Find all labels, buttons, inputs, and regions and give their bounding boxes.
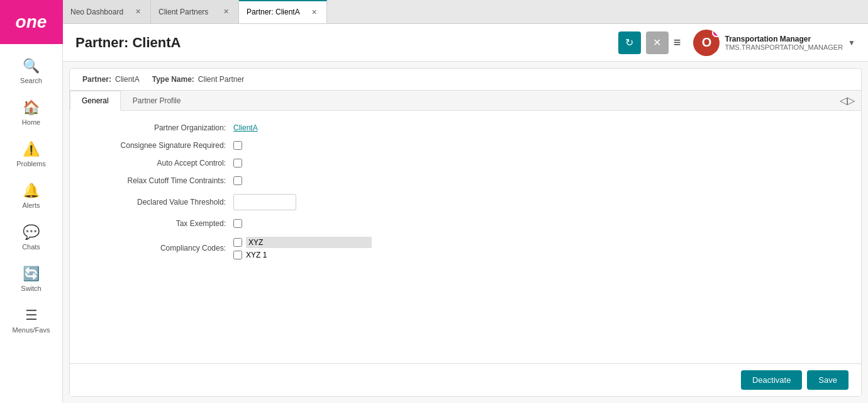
app-logo[interactable]: one <box>0 0 63 44</box>
list-item: XYZ 1 <box>233 251 372 259</box>
type-name-field: Type Name: Client Partner <box>152 75 245 84</box>
avatar: O <box>693 30 720 56</box>
chats-icon: 💬 <box>23 224 40 241</box>
type-name-label: Type Name: <box>152 75 194 84</box>
sidebar-item-label: Switch <box>21 285 41 292</box>
problems-icon: ⚠️ <box>23 141 40 157</box>
label-compliancy-codes: Compliancy Codes: <box>82 244 233 253</box>
record-info: Partner: ClientA Type Name: Client Partn… <box>70 69 861 91</box>
tab-collapse-button[interactable]: ◁▷ <box>833 91 861 110</box>
field-tax-exempted: Tax Exempted: <box>82 219 849 228</box>
compliancy-codes-list: XYZ XYZ 1 <box>233 237 372 259</box>
label-tax-exempted: Tax Exempted: <box>82 219 233 228</box>
form-body: Partner Organization: ClientA Consignee … <box>70 111 861 363</box>
list-item: XYZ <box>233 237 372 248</box>
main-area: Neo Dashboard ✕ Client Partners ✕ Partne… <box>63 0 868 403</box>
search-icon: 🔍 <box>23 58 40 74</box>
deactivate-button[interactable]: Deactivate <box>741 370 802 390</box>
sidebar-item-label: Search <box>20 77 42 84</box>
menu-icon-button[interactable]: ≡ <box>669 33 686 52</box>
tab-label: Partner: ClientA <box>247 8 300 16</box>
home-icon: 🏠 <box>23 99 40 116</box>
code-xyz1: XYZ 1 <box>246 251 267 259</box>
user-name: Transportation Manager <box>725 35 843 43</box>
sidebar-item-label: Home <box>22 118 40 126</box>
tab-partner-profile[interactable]: Partner Profile <box>121 91 193 110</box>
sidebar-nav: 🔍 Search 🏠 Home ⚠️ Problems 🔔 Alerts 💬 C… <box>0 44 62 403</box>
close-icon: ✕ <box>653 37 661 48</box>
label-declared-value: Declared Value Threshold: <box>82 198 233 207</box>
header-actions: ↻ ✕ <box>618 31 669 54</box>
user-info: Transportation Manager TMS.TRANSPORTATIO… <box>725 35 843 51</box>
user-profile[interactable]: O Transportation Manager TMS.TRANSPORTAT… <box>693 30 855 56</box>
label-relax-cutoff: Relax Cutoff Time Contraints: <box>82 176 233 185</box>
close-button[interactable]: ✕ <box>646 31 669 54</box>
page-title: Partner: ClientA <box>75 35 618 51</box>
partner-field: Partner: ClientA <box>82 75 140 84</box>
content-area: Partner: ClientA Type Name: Client Partn… <box>63 62 868 403</box>
field-partner-org: Partner Organization: ClientA <box>82 123 849 132</box>
field-consignee-sig: Consignee Signature Required: <box>82 141 849 150</box>
user-role: TMS.TRANSPORTATION_MANAGER <box>725 43 843 51</box>
checkbox-relax-cutoff[interactable] <box>233 176 242 185</box>
menu-lines-icon: ≡ <box>674 35 681 50</box>
field-compliancy-codes: Compliancy Codes: XYZ XYZ 1 <box>82 237 849 259</box>
switch-icon: 🔄 <box>23 266 40 282</box>
tab-close-neo-dashboard[interactable]: ✕ <box>133 7 143 17</box>
avatar-badge <box>712 30 720 37</box>
checkbox-xyz1[interactable] <box>233 251 242 259</box>
form-tabs: General Partner Profile ◁▷ <box>70 91 861 111</box>
sidebar-item-label: Chats <box>22 243 40 251</box>
sidebar-item-label: Menus/Favs <box>13 326 50 334</box>
sidebar-item-label: Problems <box>16 160 45 167</box>
input-declared-value[interactable] <box>233 194 296 210</box>
sidebar: one 🔍 Search 🏠 Home ⚠️ Problems 🔔 Alerts… <box>0 0 63 403</box>
tab-neo-dashboard[interactable]: Neo Dashboard ✕ <box>63 0 151 23</box>
checkbox-tax-exempted[interactable] <box>233 219 242 228</box>
label-auto-accept: Auto Accept Control: <box>82 159 233 167</box>
save-button[interactable]: Save <box>807 370 849 390</box>
sidebar-item-menus[interactable]: ☰ Menus/Favs <box>0 300 62 341</box>
field-relax-cutoff: Relax Cutoff Time Contraints: <box>82 176 849 185</box>
sidebar-item-problems[interactable]: ⚠️ Problems <box>0 133 62 175</box>
form-container: Partner: ClientA Type Name: Client Partn… <box>69 68 862 397</box>
dropdown-arrow-icon: ▼ <box>848 38 855 47</box>
refresh-button[interactable]: ↻ <box>618 31 641 54</box>
partner-label: Partner: <box>82 75 111 84</box>
label-consignee-sig: Consignee Signature Required: <box>82 141 233 150</box>
page-header: Partner: ClientA ↻ ✕ ≡ O Transportation … <box>63 24 868 62</box>
sidebar-item-home[interactable]: 🏠 Home <box>0 92 62 133</box>
code-xyz: XYZ <box>246 237 372 248</box>
tab-close-client-partners[interactable]: ✕ <box>221 7 231 17</box>
collapse-icon: ◁▷ <box>840 94 855 106</box>
sidebar-item-switch[interactable]: 🔄 Switch <box>0 258 62 300</box>
tab-partner-clienta[interactable]: Partner: ClientA ✕ <box>239 0 327 23</box>
partner-value: ClientA <box>115 75 140 84</box>
sidebar-item-label: Alerts <box>22 202 40 209</box>
checkbox-consignee-sig[interactable] <box>233 141 242 150</box>
field-declared-value: Declared Value Threshold: <box>82 194 849 210</box>
refresh-icon: ↻ <box>625 37 633 48</box>
tab-partner-profile-label: Partner Profile <box>133 96 181 105</box>
alerts-icon: 🔔 <box>23 183 40 199</box>
sidebar-item-search[interactable]: 🔍 Search <box>0 50 62 92</box>
tab-label: Neo Dashboard <box>70 8 123 16</box>
sidebar-item-chats[interactable]: 💬 Chats <box>0 217 62 258</box>
checkbox-auto-accept[interactable] <box>233 159 242 167</box>
field-auto-accept: Auto Accept Control: <box>82 159 849 167</box>
tab-close-partner-clienta[interactable]: ✕ <box>309 7 319 17</box>
tab-client-partners[interactable]: Client Partners ✕ <box>151 0 239 23</box>
menu-notif-wrap: ≡ <box>674 35 681 50</box>
label-partner-org: Partner Organization: <box>82 123 233 132</box>
tab-general[interactable]: General <box>70 91 121 111</box>
sidebar-item-alerts[interactable]: 🔔 Alerts <box>0 175 62 217</box>
logo-text: one <box>16 12 47 32</box>
tab-bar: Neo Dashboard ✕ Client Partners ✕ Partne… <box>63 0 868 24</box>
avatar-text: O <box>702 35 712 50</box>
tab-general-label: General <box>82 96 109 105</box>
tab-label: Client Partners <box>159 8 208 16</box>
menus-icon: ☰ <box>25 307 38 324</box>
value-partner-org[interactable]: ClientA <box>233 123 258 132</box>
checkbox-xyz[interactable] <box>233 238 242 247</box>
form-footer: Deactivate Save <box>70 363 861 396</box>
